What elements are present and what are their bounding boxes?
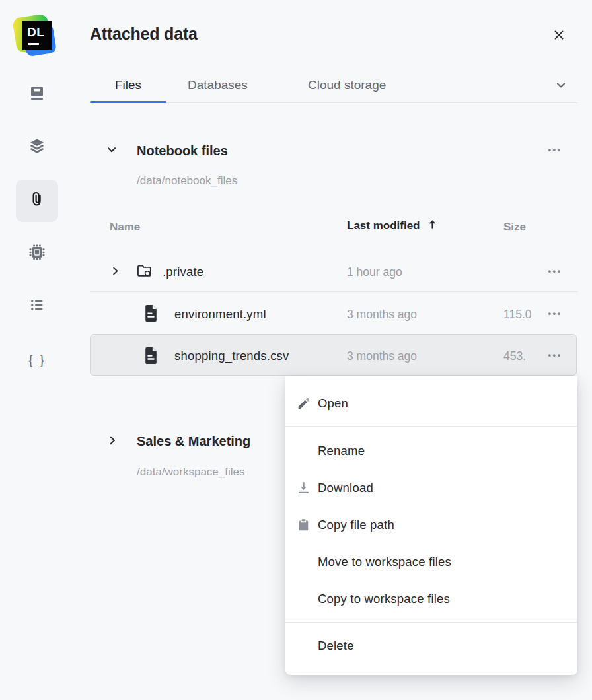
sidebar-item-outline[interactable]: [16, 285, 58, 328]
file-size: 453.: [503, 349, 536, 363]
cpu-icon: [27, 242, 47, 265]
datalore-logo: DL: [15, 15, 56, 55]
chevron-down-icon: [554, 85, 568, 94]
menu-item-label: Open: [318, 396, 348, 411]
close-button[interactable]: [548, 25, 570, 46]
sidebar-item-environment[interactable]: [16, 232, 58, 275]
sort-asc-icon: [426, 218, 439, 234]
column-header-label: Last modified: [347, 219, 420, 232]
menu-item-copy-to-workspace-files[interactable]: Copy to workspace files: [285, 580, 577, 617]
notebook-files-more-button[interactable]: •••: [540, 143, 570, 156]
row-more-button[interactable]: •••: [540, 306, 570, 320]
tab-databases[interactable]: Databases: [188, 78, 248, 92]
column-header-size[interactable]: Size: [503, 221, 526, 234]
file-icon: [143, 304, 159, 325]
logo-underscore: [28, 43, 39, 45]
ellipsis-icon: •••: [548, 145, 562, 155]
file-name: shopping_trends.csv: [174, 349, 289, 363]
menu-item-label: Move to workspace files: [318, 555, 451, 569]
menu-item-delete[interactable]: Delete: [285, 627, 577, 664]
row-more-button[interactable]: •••: [540, 264, 570, 277]
close-icon: [552, 28, 566, 44]
layers-icon: [27, 136, 47, 158]
sidebar-item-notebook[interactable]: [16, 73, 58, 116]
chevron-down-icon: [106, 148, 118, 158]
section-path-notebook-files: /data/notebook_files: [137, 174, 237, 188]
menu-item-label: Download: [318, 481, 373, 495]
menu-divider: [285, 622, 577, 623]
sales-marketing-expand-toggle[interactable]: [107, 435, 118, 446]
file-name: .private: [163, 265, 204, 279]
pencil-icon: [296, 396, 311, 411]
tab-files[interactable]: Files: [90, 78, 166, 92]
sidebar-item-attached-data[interactable]: [16, 180, 58, 222]
file-modified: 1 hour ago: [347, 265, 402, 279]
section-title-sales-marketing: Sales & Marketing: [137, 434, 250, 449]
menu-item-label: Delete: [318, 639, 354, 653]
menu-item-label: Copy to workspace files: [318, 592, 450, 606]
menu-item-rename[interactable]: Rename: [285, 433, 577, 470]
row-more-button[interactable]: •••: [540, 348, 570, 361]
ellipsis-icon: •••: [548, 308, 562, 318]
braces-icon: { }: [28, 352, 46, 368]
row-expand-chevron[interactable]: [110, 266, 120, 276]
file-modified: 3 months ago: [347, 349, 417, 363]
folder-shield-icon: [135, 262, 153, 283]
attached-data-panel: DL: [0, 0, 592, 700]
chevron-right-icon: [107, 438, 118, 448]
ellipsis-icon: •••: [548, 350, 562, 360]
menu-item-label: Rename: [318, 444, 365, 458]
logo-mark: DL: [22, 21, 52, 50]
file-modified: 3 months ago: [347, 308, 417, 322]
sidebar-item-variables[interactable]: { }: [16, 339, 58, 381]
menu-item-label: Copy file path: [318, 518, 394, 532]
active-tab-indicator: [90, 101, 166, 103]
section-path-sales-marketing: /data/workspace_files: [137, 466, 244, 479]
context-menu: Open Rename Download: [285, 376, 577, 675]
sidebar-item-layers[interactable]: [16, 126, 58, 168]
clipboard-icon: [296, 518, 311, 533]
menu-divider: [285, 426, 577, 427]
file-icon: [143, 347, 159, 367]
ellipsis-icon: •••: [548, 266, 562, 276]
file-size: 115.0: [503, 308, 536, 322]
column-header-name[interactable]: Name: [110, 221, 140, 234]
notebook-files-collapse-toggle[interactable]: [106, 144, 118, 156]
paperclip-icon: [27, 190, 47, 212]
menu-item-copy-file-path[interactable]: Copy file path: [285, 507, 577, 543]
tabs-overflow-button[interactable]: [554, 78, 568, 92]
chevron-right-icon: [110, 268, 120, 278]
column-header-last-modified[interactable]: Last modified: [347, 218, 439, 234]
menu-item-move-to-workspace-files[interactable]: Move to workspace files: [285, 543, 577, 580]
logo-text: DL: [27, 25, 44, 40]
menu-item-download[interactable]: Download: [285, 470, 577, 507]
tab-cloud-storage[interactable]: Cloud storage: [308, 78, 386, 92]
file-name: environment.yml: [174, 307, 266, 322]
section-title-notebook-files: Notebook files: [137, 143, 228, 158]
download-icon: [296, 481, 311, 496]
page-title: Attached data: [90, 24, 198, 44]
notebook-icon: [28, 84, 46, 105]
menu-item-open[interactable]: Open: [285, 385, 577, 422]
list-icon: [28, 296, 46, 317]
